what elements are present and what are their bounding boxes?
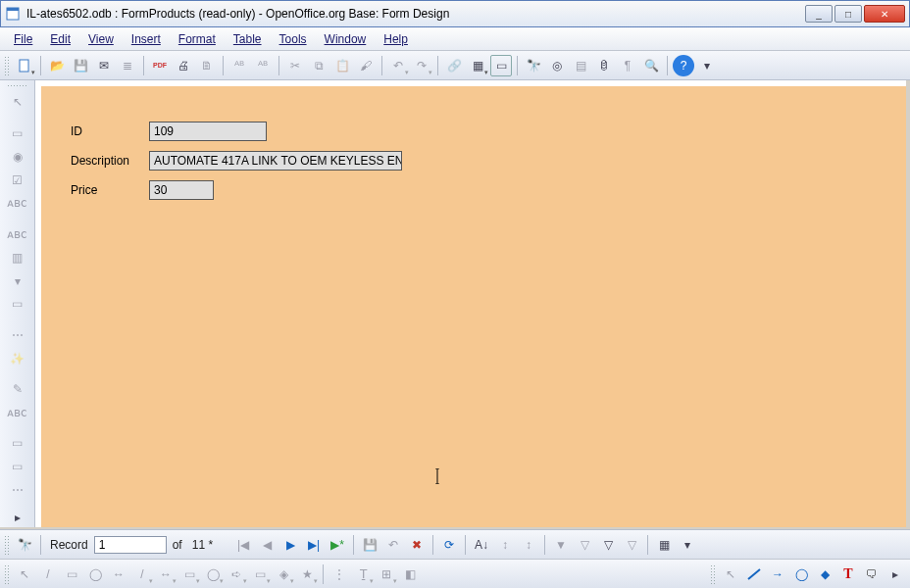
autospell-button[interactable]: ᴬᴮ	[252, 55, 274, 76]
draw-line[interactable]: /	[37, 564, 59, 585]
save-record-button[interactable]: 💾	[359, 534, 380, 556]
redo-button[interactable]: ↷	[411, 55, 432, 76]
delete-record-button[interactable]: ✖	[406, 534, 428, 556]
datasource-as-table-button[interactable]: ▦	[653, 534, 675, 556]
undo-record-button[interactable]: ↶	[382, 534, 404, 556]
draw-arrow[interactable]: ↔	[108, 564, 129, 585]
find-button[interactable]: 🔭	[523, 55, 544, 76]
form-properties[interactable]: ▭	[6, 434, 29, 454]
preview-button[interactable]: 🗎	[196, 55, 218, 76]
recnav-overflow[interactable]: ▾	[677, 534, 698, 556]
paste-button[interactable]: 📋	[331, 55, 353, 76]
new-record-button[interactable]: ▶*	[327, 534, 348, 556]
menu-tools[interactable]: Tools	[272, 30, 315, 48]
menu-edit[interactable]: Edit	[42, 30, 78, 48]
copy-button[interactable]: ⧉	[308, 55, 329, 76]
cut-button[interactable]: ✂	[284, 55, 306, 76]
next-record-button[interactable]: ▶	[279, 534, 301, 556]
menu-window[interactable]: Window	[317, 30, 375, 48]
anchor-button[interactable]: ↖	[720, 564, 741, 585]
toolbar-overflow[interactable]: ▾	[696, 55, 718, 76]
drawbar-grip[interactable]	[4, 564, 10, 584]
draw-points[interactable]: ⋮	[329, 564, 350, 585]
pdf-button[interactable]: PDF	[149, 55, 171, 76]
minimize-button[interactable]: _	[805, 5, 833, 23]
recnav-grip[interactable]	[4, 535, 10, 555]
form-design-toggle[interactable]: ✎	[6, 379, 29, 399]
script-button[interactable]: ≣	[117, 55, 138, 76]
select-tool[interactable]: ↖	[6, 92, 29, 112]
callout-tool-button[interactable]: 🗨	[861, 564, 883, 585]
menu-view[interactable]: View	[80, 30, 122, 48]
autofilter-button[interactable]: ▼	[550, 534, 572, 556]
draw-stars[interactable]: ★	[296, 564, 318, 585]
formfilter-button[interactable]: ▽	[597, 534, 619, 556]
control-properties[interactable]: ▭	[6, 457, 29, 476]
applyfilter-button[interactable]: ▽	[574, 534, 595, 556]
sort-button[interactable]: A↓	[471, 534, 492, 556]
database-button[interactable]: 🛢	[593, 55, 615, 76]
print-button[interactable]: 🖨	[173, 55, 194, 76]
label-control[interactable]: ᴀʙᴄ	[6, 193, 29, 213]
draw-ellipse[interactable]: ◯	[84, 564, 106, 585]
textbox-control[interactable]: ᴀʙᴄ	[6, 224, 29, 244]
prev-record-button[interactable]: ◀	[256, 534, 278, 556]
menu-insert[interactable]: Insert	[124, 30, 169, 48]
first-record-button[interactable]: |◀	[232, 534, 254, 556]
id-field[interactable]: 109	[149, 122, 267, 141]
menu-table[interactable]: Table	[226, 30, 270, 48]
combobox-control[interactable]: ▾	[6, 271, 29, 291]
zoom-button[interactable]: 🔍	[640, 55, 662, 76]
new-button[interactable]	[14, 55, 35, 76]
save-button[interactable]: 💾	[70, 55, 91, 76]
nonprinting-button[interactable]: ¶	[617, 55, 638, 76]
undo-button[interactable]: ↶	[387, 55, 409, 76]
sortasc-button[interactable]: ↕	[494, 534, 516, 556]
checkbox-control[interactable]: ☑	[6, 171, 29, 190]
activation-order[interactable]: ⋯	[6, 480, 29, 500]
draw-flowchart[interactable]: ▭	[249, 564, 271, 585]
arrow-style-button[interactable]: →	[767, 564, 788, 585]
wizard-toggle[interactable]: ✨	[6, 349, 29, 368]
text-tool-button[interactable]: T	[837, 564, 859, 585]
findrecord-button[interactable]: 🔭	[14, 534, 35, 556]
toolbar-grip[interactable]	[4, 56, 10, 75]
optionbutton-control[interactable]: ◉	[6, 147, 29, 167]
mail-button[interactable]: ✉	[93, 55, 115, 76]
form-canvas[interactable]: ID 109 Description AUTOMATE 417A LINK TO…	[41, 86, 906, 527]
last-record-button[interactable]: ▶|	[303, 534, 325, 556]
price-field[interactable]: 30	[149, 180, 214, 200]
datasources-button[interactable]: ▭	[490, 55, 512, 76]
extrusion-button[interactable]: ◧	[399, 564, 421, 585]
draw-lines-menu[interactable]: /	[131, 564, 153, 585]
drawbar-overflow[interactable]: ▸	[885, 564, 906, 585]
draw-connector-menu[interactable]: ↔	[155, 564, 177, 585]
format-paint-button[interactable]: 🖌	[355, 55, 377, 76]
maximize-button[interactable]: □	[834, 5, 862, 23]
listbox-control[interactable]: ▥	[6, 248, 29, 268]
form-navigator[interactable]: ᴀʙᴄ	[6, 403, 29, 422]
menu-file[interactable]: File	[6, 30, 40, 48]
table-button[interactable]: ▦	[467, 55, 488, 76]
vtoolbar-overflow[interactable]: ▸	[6, 508, 29, 527]
navigator-button[interactable]: ◎	[546, 55, 568, 76]
image-control[interactable]: ▭	[6, 295, 29, 315]
refresh-button[interactable]: ⟳	[438, 534, 460, 556]
removefilter-button[interactable]: ▽	[621, 534, 642, 556]
drawbar2-grip[interactable]	[710, 564, 716, 584]
menu-help[interactable]: Help	[376, 30, 416, 48]
vtoolbar-grip[interactable]	[7, 84, 26, 88]
line-color-button[interactable]	[743, 564, 765, 585]
draw-select[interactable]: ↖	[14, 564, 35, 585]
record-number-input[interactable]	[94, 536, 167, 554]
menu-format[interactable]: Format	[171, 30, 224, 48]
sortdesc-button[interactable]: ↕	[518, 534, 539, 556]
from-file-button[interactable]: ⊞	[376, 564, 397, 585]
hyperlink-button[interactable]: 🔗	[443, 55, 465, 76]
pushbutton-control[interactable]: ▭	[6, 123, 29, 143]
help-button[interactable]: ?	[673, 55, 694, 76]
spellcheck-button[interactable]: ᴬᴮ	[228, 55, 250, 76]
fontwork-button[interactable]: Ṯ	[352, 564, 374, 585]
area-style-button[interactable]: ◯	[790, 564, 812, 585]
draw-callouts[interactable]: ◈	[273, 564, 294, 585]
